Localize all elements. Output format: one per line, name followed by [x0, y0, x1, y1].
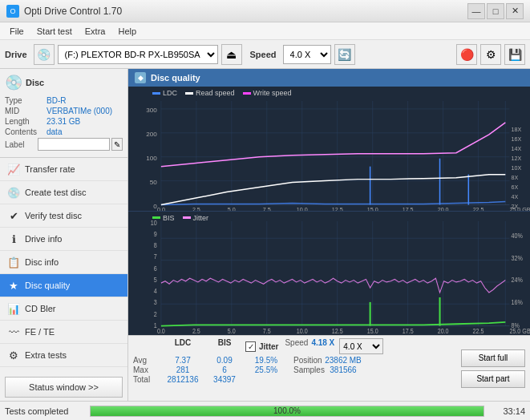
samples-label: Samples — [293, 365, 322, 374]
jitter-checkbox[interactable] — [245, 341, 256, 352]
disc-panel-icon: 💿 — [5, 74, 22, 91]
svg-text:2: 2 — [154, 310, 157, 318]
speed-stat-select[interactable]: 4.0 X — [339, 338, 383, 354]
status-window-btn[interactable]: Status window >> — [5, 377, 123, 398]
svg-text:10.0: 10.0 — [297, 327, 308, 335]
jitter-legend-label: Jitter — [193, 214, 209, 222]
write-speed-legend: Write speed — [243, 89, 292, 97]
contents-value: data — [47, 127, 62, 136]
upper-chart-svg: 0 50 100 200 300 2X 4X 6X 8X 10X 12X 14X… — [128, 87, 530, 211]
sidebar-item-fe-te[interactable]: 〰 FE / TE — [0, 321, 127, 344]
upper-legend: LDC Read speed Write speed — [152, 89, 291, 97]
speed-select[interactable]: 4.0 X — [283, 45, 331, 64]
nav-list: 📈 Transfer rate 💿 Create test disc ✔ Ver… — [0, 158, 127, 374]
start-part-btn[interactable]: Start part — [461, 370, 525, 388]
type-label: Type — [5, 96, 47, 105]
samples-val: 381566 — [322, 365, 364, 374]
max-ldc: 281 — [162, 365, 204, 374]
ldc-col-header: LDC — [162, 338, 204, 354]
svg-text:5.0: 5.0 — [228, 327, 236, 335]
nav-label-extra-tests: Extra tests — [25, 350, 67, 360]
drive-label: Drive — [5, 50, 27, 59]
disc-label-label: Label — [5, 140, 38, 149]
read-speed-legend: Read speed — [185, 89, 235, 97]
total-label: Total — [133, 375, 162, 384]
svg-text:15.0: 15.0 — [367, 208, 378, 211]
drive-icon-btn[interactable]: 💿 — [34, 44, 55, 65]
lower-chart: BIS Jitter — [128, 212, 530, 336]
mid-label: MID — [5, 107, 47, 115]
total-ldc: 2812136 — [162, 375, 204, 384]
sidebar-item-disc-info[interactable]: 📋 Disc info — [0, 251, 127, 274]
disc-btn2[interactable]: ⚙ — [480, 44, 501, 65]
bis-legend-label: BIS — [163, 214, 175, 222]
nav-label-transfer-rate: Transfer rate — [25, 164, 75, 174]
sidebar-item-transfer-rate[interactable]: 📈 Transfer rate — [0, 158, 127, 181]
nav-label-cd-bler: CD Bler — [25, 304, 56, 313]
svg-text:17.5: 17.5 — [403, 208, 414, 211]
jitter-col-header: Jitter — [245, 338, 278, 354]
svg-text:25.0 GB: 25.0 GB — [509, 208, 530, 211]
menu-file[interactable]: File — [3, 25, 30, 38]
ldc-legend: LDC — [152, 89, 177, 97]
svg-text:10X: 10X — [511, 165, 521, 171]
svg-text:5: 5 — [154, 276, 157, 284]
eject-btn[interactable]: ⏏ — [221, 44, 242, 65]
max-label: Max — [133, 365, 162, 374]
svg-text:15.0: 15.0 — [367, 327, 378, 335]
svg-text:7.5: 7.5 — [263, 327, 271, 335]
write-speed-label: Write speed — [253, 89, 292, 97]
menu-start-test[interactable]: Start test — [30, 25, 79, 38]
stats-row: LDC BIS Jitter Speed 4.18 X 4.0 X Avg — [128, 335, 530, 401]
stats-table: LDC BIS Jitter Speed 4.18 X 4.0 X Avg — [133, 338, 448, 398]
sidebar-item-disc-quality[interactable]: ★ Disc quality — [0, 274, 127, 297]
max-jitter: 25.5% — [245, 365, 287, 374]
avg-jitter: 19.5% — [245, 356, 287, 365]
close-button[interactable]: ✕ — [506, 3, 524, 19]
sidebar-item-create-test-disc[interactable]: 💿 Create test disc — [0, 181, 127, 204]
type-value: BD-R — [47, 96, 66, 105]
sidebar: 💿 Disc Type BD-R MID VERBATIMe (000) Len… — [0, 69, 128, 401]
maximize-button[interactable]: □ — [487, 3, 504, 19]
speed-stat-val: 4.18 X — [311, 338, 334, 354]
nav-label-disc-quality: Disc quality — [25, 281, 70, 290]
sidebar-item-cd-bler[interactable]: 📊 CD Bler — [0, 297, 127, 321]
svg-text:40%: 40% — [511, 232, 522, 240]
read-speed-dot — [185, 92, 193, 95]
app-title: Opti Drive Control 1.70 — [24, 6, 122, 17]
ldc-legend-dot — [152, 92, 160, 95]
sidebar-item-extra-tests[interactable]: ⚙ Extra tests — [0, 344, 127, 367]
svg-text:20.0: 20.0 — [438, 208, 449, 211]
nav-label-verify-test-disc: Verify test disc — [25, 211, 82, 220]
svg-text:7.5: 7.5 — [263, 208, 271, 211]
write-speed-dot — [243, 92, 251, 95]
drive-select[interactable]: (F:) PLEXTOR BD-R PX-LB950SA 1.06 — [58, 45, 218, 64]
sidebar-item-verify-test-disc[interactable]: ✔ Verify test disc — [0, 204, 127, 228]
app-icon: O — [6, 5, 19, 18]
menu-extra[interactable]: Extra — [79, 25, 112, 38]
menu-help[interactable]: Help — [111, 25, 143, 38]
progress-bar: 100.0% — [90, 406, 484, 417]
contents-label: Contents — [5, 127, 47, 136]
disc-section-title: Disc — [26, 78, 44, 87]
svg-text:12X: 12X — [511, 155, 521, 161]
minimize-button[interactable]: — — [467, 3, 485, 19]
disc-label-input[interactable] — [38, 138, 110, 151]
jitter-label: Jitter — [259, 342, 278, 351]
lower-chart-svg: 1 2 3 4 5 6 7 8 9 10 8% 16% 24% 32% 40% — [128, 212, 530, 336]
svg-text:7: 7 — [154, 252, 157, 260]
svg-text:3: 3 — [154, 298, 157, 306]
extra-tests-icon: ⚙ — [6, 348, 21, 362]
bis-col-header: BIS — [204, 338, 245, 354]
svg-text:4: 4 — [154, 287, 158, 295]
svg-text:17.5: 17.5 — [403, 327, 414, 335]
mid-value: VERBATIMe (000) — [47, 107, 112, 115]
read-speed-label: Read speed — [196, 89, 235, 97]
save-btn[interactable]: 💾 — [504, 44, 525, 65]
action-btns: Start full Start part — [455, 338, 525, 398]
refresh-btn[interactable]: 🔄 — [334, 44, 355, 65]
sidebar-item-drive-info[interactable]: ℹ Drive info — [0, 228, 127, 251]
start-full-btn[interactable]: Start full — [461, 349, 525, 367]
disc-btn1[interactable]: 🔴 — [456, 44, 477, 65]
disc-label-edit-btn[interactable]: ✎ — [111, 138, 123, 151]
